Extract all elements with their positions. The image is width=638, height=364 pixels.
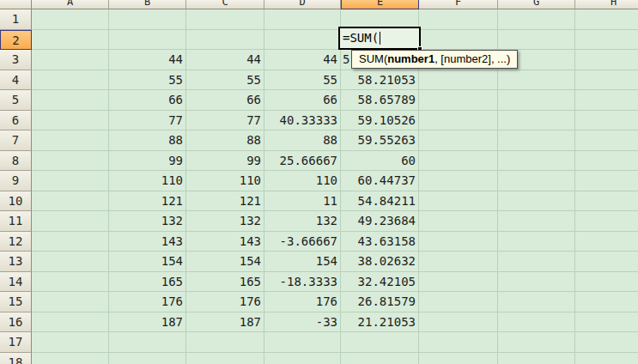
- cell-B16[interactable]: 187: [109, 312, 186, 333]
- cell-F5[interactable]: [419, 90, 498, 111]
- row-header-2[interactable]: 2: [0, 30, 32, 51]
- cell-F9[interactable]: [419, 171, 498, 191]
- cell-H16[interactable]: [575, 312, 638, 333]
- cell-E13[interactable]: 38.02632: [341, 252, 419, 272]
- cell-G8[interactable]: [498, 151, 575, 172]
- cell-E17[interactable]: [341, 332, 419, 353]
- cell-D10[interactable]: 11: [264, 191, 341, 212]
- cell-A7[interactable]: [32, 130, 109, 151]
- cell-E4[interactable]: 58.21053: [341, 70, 419, 91]
- cell-D18[interactable]: [264, 353, 341, 364]
- select-all-corner[interactable]: [0, 0, 32, 9]
- cell-A5[interactable]: [32, 90, 109, 111]
- column-header-H[interactable]: H: [575, 0, 638, 9]
- cell-B8[interactable]: 99: [109, 151, 186, 172]
- cell-F15[interactable]: [419, 292, 498, 312]
- cell-A18[interactable]: [32, 353, 109, 364]
- cell-D9[interactable]: 110: [264, 171, 341, 191]
- cell-B17[interactable]: [109, 332, 186, 353]
- cell-D11[interactable]: 132: [264, 211, 341, 232]
- cell-C10[interactable]: 121: [186, 191, 264, 212]
- cell-G14[interactable]: [498, 272, 575, 293]
- cell-H12[interactable]: [575, 232, 638, 252]
- row-header-1[interactable]: 1: [0, 9, 32, 30]
- cell-G10[interactable]: [498, 191, 575, 212]
- column-header-C[interactable]: C: [186, 0, 264, 9]
- row-header-7[interactable]: 7: [0, 130, 32, 151]
- cell-F2[interactable]: [419, 30, 498, 51]
- cell-C7[interactable]: 88: [186, 130, 264, 151]
- cell-C13[interactable]: 154: [186, 252, 264, 272]
- row-header-13[interactable]: 13: [0, 252, 32, 272]
- cell-A16[interactable]: [32, 312, 109, 333]
- cell-E9[interactable]: 60.44737: [341, 171, 419, 191]
- cell-H10[interactable]: [575, 191, 638, 212]
- cell-B15[interactable]: 176: [109, 292, 186, 312]
- cell-A4[interactable]: [32, 70, 109, 91]
- cell-B1[interactable]: [109, 9, 186, 30]
- cell-E7[interactable]: 59.55263: [341, 130, 419, 151]
- cell-G9[interactable]: [498, 171, 575, 191]
- cell-E16[interactable]: 21.21053: [341, 312, 419, 333]
- row-header-12[interactable]: 12: [0, 232, 32, 252]
- cell-G11[interactable]: [498, 211, 575, 232]
- cell-B10[interactable]: 121: [109, 191, 186, 212]
- cell-D16[interactable]: -33: [264, 312, 341, 333]
- cell-F14[interactable]: [419, 272, 498, 293]
- cell-H15[interactable]: [575, 292, 638, 312]
- cell-C15[interactable]: 176: [186, 292, 264, 312]
- cell-E8[interactable]: 60: [341, 151, 419, 172]
- cell-H2[interactable]: [575, 30, 638, 51]
- cell-A1[interactable]: [32, 9, 109, 30]
- cell-C2[interactable]: [186, 30, 264, 51]
- cell-C8[interactable]: 99: [186, 151, 264, 172]
- cell-F8[interactable]: [419, 151, 498, 172]
- cell-G1[interactable]: [498, 9, 575, 30]
- cell-C12[interactable]: 143: [186, 232, 264, 252]
- cell-A8[interactable]: [32, 151, 109, 172]
- cell-E18[interactable]: [341, 353, 419, 364]
- cell-G15[interactable]: [498, 292, 575, 312]
- cell-G16[interactable]: [498, 312, 575, 333]
- cell-G4[interactable]: [498, 70, 575, 91]
- cell-C17[interactable]: [186, 332, 264, 353]
- cell-F12[interactable]: [419, 232, 498, 252]
- cell-B11[interactable]: 132: [109, 211, 186, 232]
- cell-A14[interactable]: [32, 272, 109, 293]
- row-header-14[interactable]: 14: [0, 272, 32, 293]
- cell-E15[interactable]: 26.81579: [341, 292, 419, 312]
- cell-H1[interactable]: [575, 9, 638, 30]
- row-header-16[interactable]: 16: [0, 312, 32, 333]
- cell-H9[interactable]: [575, 171, 638, 191]
- column-header-A[interactable]: A: [32, 0, 109, 9]
- cell-H11[interactable]: [575, 211, 638, 232]
- cell-C11[interactable]: 132: [186, 211, 264, 232]
- cell-C3[interactable]: 44: [186, 50, 264, 70]
- row-header-4[interactable]: 4: [0, 70, 32, 91]
- row-header-17[interactable]: 17: [0, 332, 32, 353]
- cell-F13[interactable]: [419, 252, 498, 272]
- cell-C4[interactable]: 55: [186, 70, 264, 91]
- cell-H14[interactable]: [575, 272, 638, 293]
- cell-D3[interactable]: 44: [264, 50, 341, 70]
- cell-G18[interactable]: [498, 353, 575, 364]
- cell-H5[interactable]: [575, 90, 638, 111]
- cell-E6[interactable]: 59.10526: [341, 111, 419, 131]
- cell-G13[interactable]: [498, 252, 575, 272]
- cell-B6[interactable]: 77: [109, 111, 186, 131]
- cell-F10[interactable]: [419, 191, 498, 212]
- cell-B18[interactable]: [109, 353, 186, 364]
- cell-C9[interactable]: 110: [186, 171, 264, 191]
- cell-H17[interactable]: [575, 332, 638, 353]
- cell-H7[interactable]: [575, 130, 638, 151]
- cell-C14[interactable]: 165: [186, 272, 264, 293]
- column-header-D[interactable]: D: [264, 0, 341, 9]
- cell-D15[interactable]: 176: [264, 292, 341, 312]
- column-header-G[interactable]: G: [498, 0, 575, 9]
- row-header-9[interactable]: 9: [0, 171, 32, 191]
- cell-D4[interactable]: 55: [264, 70, 341, 91]
- cell-A11[interactable]: [32, 211, 109, 232]
- row-header-15[interactable]: 15: [0, 292, 32, 312]
- cell-F11[interactable]: [419, 211, 498, 232]
- row-header-3[interactable]: 3: [0, 50, 32, 70]
